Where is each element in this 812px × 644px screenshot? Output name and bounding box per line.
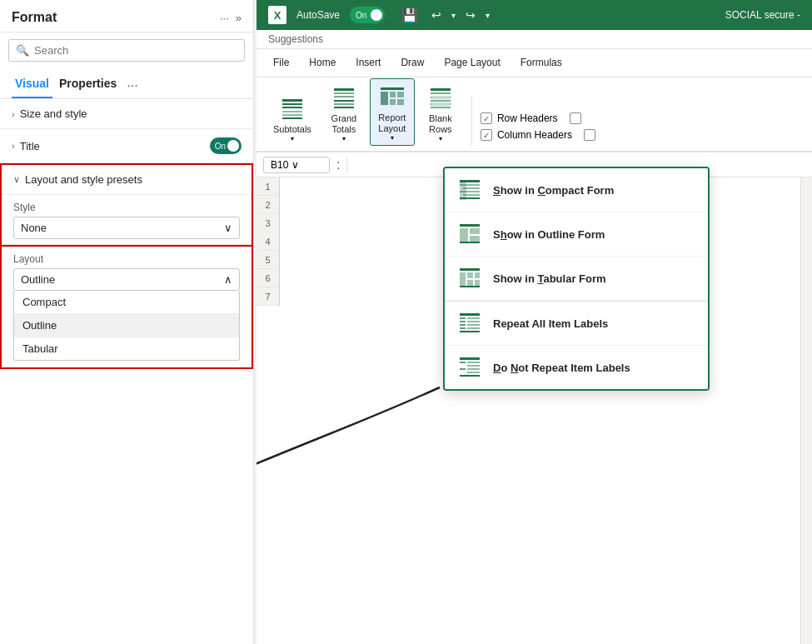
tab-draw[interactable]: Draw xyxy=(391,50,434,77)
row-1: 1 xyxy=(257,177,279,196)
row-headers-extra-checkbox[interactable] xyxy=(570,112,581,124)
title-toggle[interactable]: On xyxy=(210,137,242,154)
scrollbar[interactable] xyxy=(800,177,812,644)
search-input[interactable] xyxy=(34,44,237,57)
style-selected: None xyxy=(21,222,47,234)
section-title[interactable]: › Title On xyxy=(0,129,253,163)
svg-rect-10 xyxy=(334,103,354,105)
tab-visual[interactable]: Visual xyxy=(12,73,52,98)
panel-header: Format ··· » xyxy=(0,0,253,32)
section-chevron-title: › xyxy=(12,141,15,151)
svg-rect-42 xyxy=(460,286,480,287)
outline-form-icon xyxy=(456,221,483,247)
grand-totals-dropdown-arrow: ▾ xyxy=(342,135,346,142)
svg-rect-15 xyxy=(397,92,404,97)
excel-app-icon: X xyxy=(268,6,286,24)
tab-insert[interactable]: Insert xyxy=(346,50,391,77)
column-headers-checkbox[interactable]: ✓ xyxy=(481,129,492,141)
search-box[interactable]: 🔍 xyxy=(8,39,245,62)
tab-more[interactable]: ··· xyxy=(127,78,137,93)
autosave-state: On xyxy=(356,11,366,20)
layout-option-compact[interactable]: Compact xyxy=(14,291,239,314)
svg-rect-5 xyxy=(282,117,302,119)
menu-item-compact-form[interactable]: Show in Compact Form xyxy=(445,168,708,212)
autosave-toggle[interactable]: On xyxy=(350,7,385,23)
repeat-labels-label: Repeat All Item Labels xyxy=(493,317,608,330)
ellipsis-icon[interactable]: ··· xyxy=(220,12,229,24)
row-5: 5 xyxy=(257,251,279,269)
subtotals-icon xyxy=(277,94,307,124)
tab-formulas[interactable]: Formulas xyxy=(511,50,572,77)
svg-rect-32 xyxy=(460,228,468,242)
svg-rect-51 xyxy=(467,327,480,329)
column-headers-checkbox-row[interactable]: ✓ Column Headers xyxy=(481,129,595,141)
grand-totals-button[interactable]: Grand Totals ▾ xyxy=(321,80,366,146)
tab-file[interactable]: File xyxy=(263,50,299,77)
report-layout-label: Report Layout xyxy=(378,112,406,134)
tab-home[interactable]: Home xyxy=(299,50,346,77)
svg-rect-55 xyxy=(467,362,480,363)
style-subsection: Style None ∨ xyxy=(2,195,252,245)
tab-properties[interactable]: Properties xyxy=(56,73,120,98)
compact-form-label: Show in Compact Form xyxy=(493,184,614,197)
section-label-layout-presets: Layout and style presets xyxy=(25,173,142,186)
layout-section: Layout Outline ∧ Compact Outline Tabular xyxy=(0,247,253,369)
save-icon[interactable]: 💾 xyxy=(401,7,418,23)
section-chevron-layout: ∨ xyxy=(13,174,20,185)
svg-rect-46 xyxy=(460,321,466,322)
toggle-on-label: On xyxy=(215,142,226,151)
layout-option-outline[interactable]: Outline xyxy=(14,314,239,337)
svg-rect-24 xyxy=(460,180,466,200)
menu-item-repeat-labels[interactable]: Repeat All Item Labels xyxy=(445,302,708,346)
svg-rect-31 xyxy=(460,224,480,227)
row-2: 2 xyxy=(257,196,279,214)
blank-rows-label: Blank Rows xyxy=(429,113,452,135)
row-headers-checkbox[interactable]: ✓ xyxy=(481,112,492,124)
column-headers-extra-checkbox[interactable] xyxy=(584,129,595,141)
svg-rect-16 xyxy=(390,99,396,105)
svg-rect-40 xyxy=(467,280,473,286)
svg-rect-18 xyxy=(431,88,451,91)
blank-rows-button[interactable]: Blank Rows ▾ xyxy=(418,80,463,146)
ribbon-separator xyxy=(471,96,472,146)
svg-rect-12 xyxy=(381,87,404,90)
svg-rect-58 xyxy=(467,368,480,370)
svg-rect-14 xyxy=(390,92,396,97)
style-dropdown[interactable]: None ∨ xyxy=(13,217,240,239)
redo-icon[interactable]: ↪ xyxy=(466,8,476,22)
section-size-style[interactable]: › Size and style xyxy=(0,99,253,129)
undo-icon[interactable]: ↩ xyxy=(431,8,441,22)
title-bar: X AutoSave On 💾 ↩ ▾ ↪ ▾ SOCIAL secure - xyxy=(257,0,812,30)
layout-dropdown[interactable]: Outline ∧ xyxy=(13,268,240,291)
section-layout-presets[interactable]: ∨ Layout and style presets xyxy=(2,165,252,195)
svg-rect-47 xyxy=(467,321,480,322)
svg-rect-26 xyxy=(460,184,480,186)
tab-page-layout[interactable]: Page Layout xyxy=(434,50,510,77)
menu-item-no-repeat-labels[interactable]: Do Not Repeat Item Labels xyxy=(445,346,708,389)
row-headers-checkbox-row[interactable]: ✓ Row Headers xyxy=(481,112,595,124)
svg-rect-3 xyxy=(282,111,302,112)
svg-rect-52 xyxy=(460,331,480,332)
cell-ref-dropdown[interactable]: ∨ xyxy=(291,159,299,171)
cell-ref-box[interactable]: B10 ∨ xyxy=(263,157,330,173)
blank-rows-icon xyxy=(426,83,456,113)
redo-dropdown[interactable]: ▾ xyxy=(486,11,490,20)
style-dropdown-icon: ∨ xyxy=(224,222,232,234)
svg-rect-57 xyxy=(460,368,466,370)
report-layout-button[interactable]: Report Layout ▾ xyxy=(370,78,415,146)
row-3: 3 xyxy=(257,214,279,232)
menu-item-outline-form[interactable]: Show in Outline Form xyxy=(445,212,708,257)
formula-bar-more[interactable]: : xyxy=(336,157,340,172)
panel-title: Format xyxy=(12,10,57,25)
subtotals-button[interactable]: Subtotals ▾ xyxy=(267,91,318,146)
undo-dropdown[interactable]: ▾ xyxy=(451,11,456,20)
autosave-circle xyxy=(371,9,382,21)
menu-item-tabular-form[interactable]: Show in Tabular Form xyxy=(445,257,708,301)
svg-rect-43 xyxy=(460,313,480,316)
expand-icon[interactable]: » xyxy=(236,12,242,24)
layout-label: Layout xyxy=(13,253,240,265)
svg-rect-30 xyxy=(460,197,480,199)
excel-area: X AutoSave On 💾 ↩ ▾ ↪ ▾ SOCIAL secure - … xyxy=(257,0,812,644)
svg-rect-23 xyxy=(431,107,451,108)
layout-option-tabular[interactable]: Tabular xyxy=(14,337,239,360)
